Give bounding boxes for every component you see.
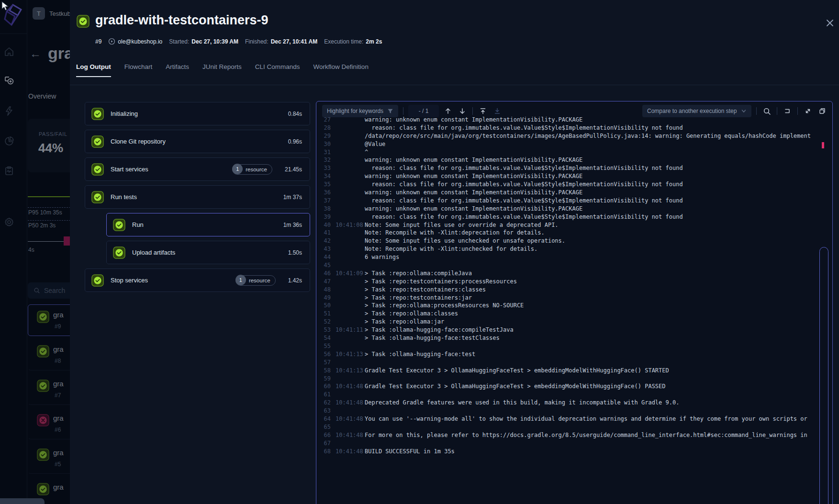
step-passed-icon bbox=[113, 246, 125, 259]
step-start-services[interactable]: Start services1resource21.45s bbox=[85, 157, 310, 181]
execution-passed-icon bbox=[37, 345, 49, 359]
tab-overview[interactable]: Overview bbox=[28, 92, 56, 100]
log-line-34: 34warning: unknown enum constant Impleme… bbox=[316, 172, 832, 180]
pass-fail-card: PASS/FAIL 44% bbox=[28, 119, 70, 172]
log-line-35: 35 reason: class file for org.immutables… bbox=[316, 180, 832, 189]
log-line-53: 5310:41:11> Task :ollama-hugging-face:co… bbox=[316, 326, 832, 334]
triggered-by: ole@kubeshop.io bbox=[108, 38, 162, 45]
next-match-icon[interactable] bbox=[457, 106, 468, 116]
tab-junit-reports[interactable]: JUnit Reports bbox=[202, 63, 242, 77]
wrap-lines-icon[interactable] bbox=[782, 106, 793, 116]
log-line-52: 52> Task :repo:ollama:jar bbox=[316, 318, 832, 326]
tab-cli-commands[interactable]: CLI Commands bbox=[255, 63, 300, 77]
execution-name: gra bbox=[53, 448, 64, 457]
tab-artifacts[interactable]: Artifacts bbox=[166, 63, 189, 77]
close-icon[interactable] bbox=[824, 17, 836, 29]
nav-rail bbox=[0, 0, 27, 504]
workflows-icon[interactable] bbox=[3, 75, 15, 87]
step-initializing[interactable]: Initializing0.84s bbox=[85, 102, 310, 125]
org-name: Testkube bbox=[49, 10, 70, 17]
prev-match-icon[interactable] bbox=[443, 106, 453, 116]
step-passed-icon bbox=[91, 274, 104, 287]
execution-failed-icon bbox=[37, 414, 49, 428]
expand-fullscreen-icon[interactable] bbox=[803, 106, 813, 116]
scrollbar-error-marker bbox=[822, 142, 824, 148]
settings-gear-icon[interactable] bbox=[3, 216, 15, 228]
step-duration: 1m 36s bbox=[283, 222, 302, 228]
pass-rate-value: 44% bbox=[38, 141, 63, 156]
execution-number: #9 bbox=[95, 38, 101, 45]
tab-workflow-definition[interactable]: Workflow Definition bbox=[313, 63, 369, 77]
log-line-30: 30@Value bbox=[316, 140, 832, 148]
execution-name: gra bbox=[53, 311, 64, 319]
execution-name: gra bbox=[53, 380, 64, 388]
tab-log-output[interactable]: Log Output bbox=[76, 63, 111, 77]
insights-icon[interactable] bbox=[3, 135, 15, 147]
log-output: 27warning: unknown enum constant Impleme… bbox=[316, 116, 832, 455]
log-line-58: 5810:41:13Gradle Test Executor 3 > Ollam… bbox=[316, 367, 832, 375]
search-icon bbox=[34, 287, 40, 294]
tab-flowchart[interactable]: Flowchart bbox=[124, 63, 153, 77]
log-line-65: 65 bbox=[316, 423, 832, 431]
p50-dash-line bbox=[28, 220, 70, 221]
log-line-50: 50> Task :repo:ollama:processResources N… bbox=[316, 302, 832, 310]
scroll-to-top-icon[interactable] bbox=[478, 106, 488, 116]
log-line-27: 27warning: unknown enum constant Impleme… bbox=[316, 116, 832, 124]
step-label: Initializing bbox=[111, 110, 138, 117]
status-pages-icon[interactable] bbox=[3, 165, 15, 177]
step-label: Stop services bbox=[111, 277, 148, 284]
started-value: Dec 27, 10:39 AM bbox=[191, 38, 238, 45]
chart-failed-bar bbox=[64, 236, 70, 246]
log-scrollbar-thumb[interactable] bbox=[819, 247, 828, 504]
executions-search-input[interactable]: Search bbox=[28, 282, 70, 299]
log-toolbar: Highlight for keywords - / 1 Compare to … bbox=[316, 101, 832, 118]
log-search-icon[interactable] bbox=[761, 106, 772, 116]
step-run-tests[interactable]: Run tests1m 37s bbox=[85, 185, 310, 209]
execution-name: gra bbox=[53, 414, 64, 422]
executions-list: gra#9gra#8gra#7gra#6gra#5gra bbox=[28, 304, 70, 504]
log-line-59: 59 bbox=[316, 375, 832, 383]
log-line-32: 32warning: unknown enum constant Impleme… bbox=[316, 156, 832, 164]
execution-item-7[interactable]: gra#7 bbox=[28, 373, 70, 405]
copy-log-icon[interactable] bbox=[817, 106, 828, 116]
chevron-down-icon bbox=[741, 108, 747, 114]
step-stop-services[interactable]: Stop services1resource1.42s bbox=[85, 269, 310, 292]
log-line-60: 6010:41:48Gradle Test Executor 3 > Ollam… bbox=[316, 382, 832, 391]
p95-label: P95 10m 35s bbox=[28, 209, 62, 216]
step-passed-icon bbox=[91, 191, 104, 203]
step-duration: 1.50s bbox=[288, 249, 302, 256]
execution-item-6[interactable]: gra#6 bbox=[28, 408, 70, 439]
log-line-33: 33 reason: class file for org.immutables… bbox=[316, 164, 832, 172]
triggered-by-user: ole@kubeshop.io bbox=[118, 38, 162, 45]
execution-item-5[interactable]: gra#5 bbox=[28, 442, 70, 474]
log-line-39: 39 reason: class file for org.immutables… bbox=[316, 213, 832, 221]
run-by-icon bbox=[108, 38, 115, 45]
log-line-54: 54> Task :ollama-hugging-face:testClasse… bbox=[316, 334, 832, 342]
log-line-43: 43Note: Recompile with -Xlint:unchecked … bbox=[316, 245, 832, 253]
step-duration: 0.84s bbox=[288, 111, 302, 117]
step-upload-artifacts[interactable]: Upload artifacts1.50s bbox=[106, 241, 310, 264]
step-label: Start services bbox=[111, 166, 148, 173]
execution-time-value: 2m 2s bbox=[366, 38, 382, 45]
execution-item-9[interactable]: gra#9 bbox=[28, 304, 70, 336]
triggers-icon[interactable] bbox=[3, 105, 15, 117]
log-line-61: 61 bbox=[316, 391, 832, 399]
execution-name: gra bbox=[53, 345, 64, 353]
step-label: Upload artifacts bbox=[132, 249, 175, 256]
log-line-46: 4610:41:09> Task :repo:ollama:compileJav… bbox=[316, 269, 832, 278]
back-arrow-icon[interactable]: ← bbox=[30, 48, 41, 59]
org-selector[interactable]: T Testkube bbox=[33, 7, 70, 20]
home-icon[interactable] bbox=[3, 46, 15, 57]
log-line-56: 5610:41:13> Task :ollama-hugging-face:te… bbox=[316, 350, 832, 358]
execution-number: #5 bbox=[55, 461, 61, 468]
step-clone-git-repository[interactable]: Clone Git repository0.96s bbox=[85, 130, 310, 153]
execution-detail-modal: gradle-with-testcontainers-9 #9 ole@kube… bbox=[70, 0, 839, 504]
log-line-41: 41Note: Recompile with -Xlint:deprecatio… bbox=[316, 229, 832, 237]
step-run[interactable]: Run1m 36s bbox=[106, 213, 310, 236]
scroll-to-bottom-icon[interactable] bbox=[492, 106, 503, 116]
log-line-66: 6610:41:48For more on this, please refer… bbox=[316, 431, 832, 439]
execution-number: #6 bbox=[55, 426, 61, 433]
step-passed-icon bbox=[91, 135, 104, 148]
log-line-28: 28 reason: class file for org.immutables… bbox=[316, 124, 832, 132]
execution-item-8[interactable]: gra#8 bbox=[28, 339, 70, 370]
